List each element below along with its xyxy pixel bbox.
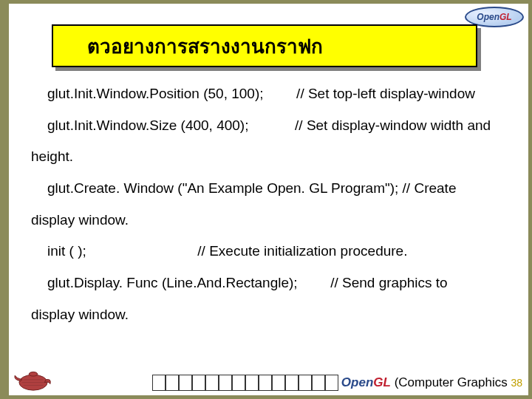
footer-brand-open: Open bbox=[341, 375, 373, 389]
code-l1-comment: // Set top-left display-window bbox=[296, 86, 475, 101]
footer-bar: OpenGL (Computer Graphics 38 bbox=[59, 375, 522, 391]
code-content: glut.Init.Window.Position (50, 100); // … bbox=[31, 85, 528, 338]
code-line-3: height. bbox=[31, 148, 528, 166]
code-l6-call: init ( ); bbox=[47, 243, 86, 259]
code-line-1: glut.Init.Window.Position (50, 100); // … bbox=[47, 85, 528, 103]
code-l2-comment: // Set display-window width and bbox=[295, 117, 491, 133]
slide-title-box: ตวอยางการสรางงานกราฟก bbox=[52, 24, 477, 67]
slide-page-number: 38 bbox=[511, 377, 522, 389]
logo-text-open: Open bbox=[477, 12, 499, 22]
code-line-6: init ( ); // Execute initialization proc… bbox=[47, 242, 528, 261]
footer-label: (Computer Graphics bbox=[391, 375, 511, 389]
placeholder-boxes bbox=[152, 375, 338, 391]
footer-text: OpenGL (Computer Graphics 38 bbox=[341, 375, 522, 390]
code-l2-call: glut.Init.Window.Size (400, 400); bbox=[47, 117, 248, 133]
code-line-4: glut.Create. Window ("An Example Open. G… bbox=[47, 180, 528, 198]
code-l1-call: glut.Init.Window.Position (50, 100); bbox=[47, 86, 264, 101]
code-l7-call: glut.Display. Func (Line.And.Rectangle); bbox=[47, 275, 298, 290]
logo-text-gl: GL bbox=[499, 12, 512, 22]
svg-point-1 bbox=[29, 372, 37, 376]
slide-title: ตวอยางการสรางงานกราฟก bbox=[87, 31, 323, 61]
teapot-icon bbox=[12, 361, 55, 392]
code-line-8: display window. bbox=[31, 306, 528, 324]
code-line-7: glut.Display. Func (Line.And.Rectangle);… bbox=[47, 274, 528, 293]
code-l6-comment: // Execute initialization procedure. bbox=[197, 243, 407, 259]
code-line-5: display window. bbox=[31, 211, 528, 230]
code-l7-comment: // Send graphics to bbox=[330, 275, 447, 290]
code-line-2: glut.Init.Window.Size (400, 400); // Set… bbox=[47, 117, 528, 135]
footer-brand-gl: GL bbox=[373, 375, 391, 389]
